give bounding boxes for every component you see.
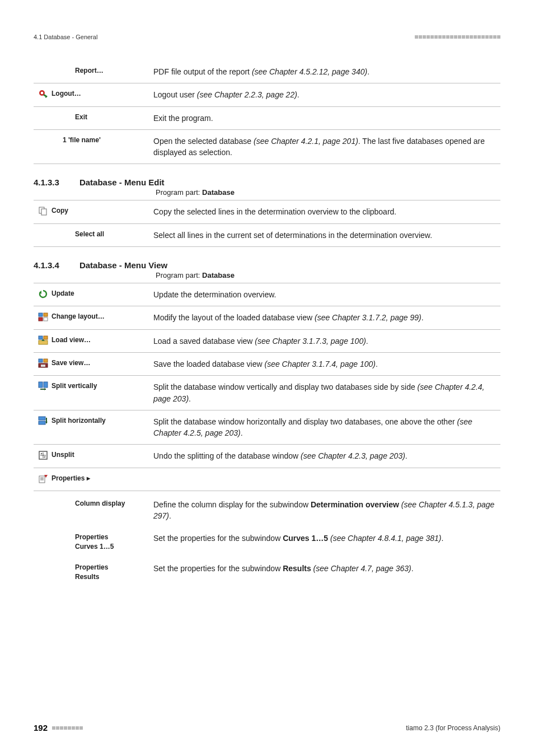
menu-row: UnsplitUndo the splitting of the databas…: [34, 445, 500, 468]
menu-row: Change layout…Modify the layout of the l…: [34, 306, 500, 329]
menu-label-cell: Exit: [36, 113, 153, 124]
section-heading-view: 4.1.3.4 Database - Menu View: [34, 260, 500, 270]
description: Split the database window vertically and…: [153, 381, 498, 404]
menu-row: Save view…Save the loaded database view …: [34, 353, 500, 376]
menu-label: 1 'file name': [63, 136, 101, 145]
section-title: Database - Menu Edit: [79, 178, 165, 187]
menu-row: Logout…Logout user (see Chapter 2.2.3, p…: [34, 83, 500, 106]
description: Undo the splitting of the database windo…: [153, 450, 498, 461]
svg-rect-21: [39, 417, 45, 420]
menu-row: Load view…Load a saved database view (se…: [34, 330, 500, 353]
split-vertical-icon: [38, 381, 48, 391]
menu-label: Report…: [75, 66, 104, 76]
svg-rect-19: [44, 382, 48, 388]
description: Exit the program.: [153, 113, 498, 124]
menu-label-cell: Change layout…: [36, 312, 153, 323]
program-part-name: Database: [202, 271, 235, 279]
description: Set the properties for the subwindow Res…: [153, 563, 498, 574]
submenu-label: Column display: [75, 499, 125, 508]
svg-rect-10: [39, 336, 43, 339]
svg-rect-15: [44, 359, 48, 362]
program-part-label: Program part: Database: [156, 188, 500, 197]
svg-rect-18: [39, 382, 43, 388]
svg-rect-9: [44, 318, 48, 321]
menu-label: Logout…: [51, 89, 81, 99]
menu-row: Split horizontallySplit the database win…: [34, 410, 500, 445]
submenu-label-cell: Column display: [36, 499, 153, 510]
description: Load a saved database view (see Chapter …: [153, 335, 498, 347]
menu-row: UpdateUpdate the determination overview.: [34, 283, 500, 306]
properties-submenu: Column displayDefine the column display …: [34, 491, 500, 587]
menu-label: Save view…: [51, 358, 90, 368]
menu-label: Exit: [75, 113, 87, 122]
program-part-prefix: Program part:: [156, 271, 202, 279]
menu-label: Select all: [75, 230, 104, 239]
description: Logout user (see Chapter 2.2.3, page 22)…: [153, 89, 498, 100]
description: Set the properties for the subwindow Cur…: [153, 533, 498, 544]
menu-row: Report…PDF file output of the report (se…: [34, 60, 500, 83]
table-file-menu: Report…PDF file output of the report (se…: [34, 60, 500, 164]
description: PDF file output of the report (see Chapt…: [153, 66, 498, 77]
program-part-label: Program part: Database: [156, 271, 500, 279]
change-layout-icon: [38, 312, 48, 322]
section-number: 4.1.3.3: [34, 178, 59, 187]
menu-label: Load view…: [51, 335, 91, 345]
section-label: 4.1 Database - General: [34, 34, 97, 40]
menu-row: Select allSelect all lines in the curren…: [34, 224, 500, 247]
section-heading-edit: 4.1.3.3 Database - Menu Edit: [34, 178, 500, 187]
section-title: Database - Menu View: [79, 260, 167, 270]
menu-label-cell: Properties ▸: [36, 474, 153, 485]
menu-label-cell: Report…: [36, 66, 153, 77]
svg-rect-4: [41, 209, 46, 215]
menu-row: Properties ▸: [34, 468, 500, 491]
svg-rect-27: [39, 476, 45, 483]
menu-label-cell: Copy: [36, 206, 153, 217]
description: Modify the layout of the loaded database…: [153, 312, 498, 323]
svg-rect-11: [44, 336, 48, 339]
menu-label: Unsplit: [51, 450, 74, 460]
menu-label-cell: Select all: [36, 230, 153, 241]
svg-rect-7: [44, 313, 48, 316]
svg-rect-6: [39, 313, 43, 316]
menu-label-cell: Save view…: [36, 358, 153, 370]
description: Copy the selected lines in the determina…: [153, 206, 498, 217]
submenu-row: Properties ResultsSet the properties for…: [34, 557, 500, 587]
page-header: 4.1 Database - General: [34, 34, 500, 40]
logout-icon: [38, 89, 48, 99]
menu-label: Copy: [51, 206, 68, 216]
menu-label-cell: Load view…: [36, 335, 153, 347]
page-number: 192: [34, 723, 48, 732]
menu-label-cell: Update: [36, 289, 153, 300]
description: Open the selected database (see Chapter …: [153, 136, 498, 158]
menu-label-cell: 1 'file name': [36, 136, 153, 147]
menu-label-cell: Split horizontally: [36, 416, 153, 427]
properties-icon: [38, 474, 48, 484]
svg-rect-17: [41, 365, 45, 367]
svg-rect-8: [39, 318, 43, 321]
page-footer: 192 tiamo 2.3 (for Process Analysis): [34, 723, 500, 732]
svg-rect-14: [39, 359, 43, 362]
menu-label-cell: Unsplit: [36, 450, 153, 461]
table-edit-menu: CopyCopy the selected lines in the deter…: [34, 200, 500, 247]
menu-label: Change layout…: [51, 312, 105, 321]
program-part-name: Database: [202, 188, 235, 197]
footer-decoration: [52, 726, 83, 730]
unsplit-icon: [38, 450, 48, 460]
menu-label: Properties ▸: [51, 474, 90, 483]
description: Define the column display for the subwin…: [153, 499, 498, 522]
menu-label: Update: [51, 289, 74, 298]
submenu-label-cell: Properties Curves 1…5: [36, 533, 153, 552]
svg-marker-23: [45, 422, 48, 423]
menu-row: CopyCopy the selected lines in the deter…: [34, 200, 500, 223]
update-icon: [38, 289, 48, 299]
load-view-icon: [38, 335, 48, 346]
header-decoration: [415, 35, 500, 39]
submenu-row: Column displayDefine the column display …: [34, 491, 500, 528]
menu-row: Split verticallySplit the database windo…: [34, 376, 500, 410]
menu-label: Split vertically: [51, 381, 97, 391]
copy-icon: [38, 206, 48, 216]
submenu-label: Properties Results: [75, 563, 108, 582]
menu-label-cell: Split vertically: [36, 381, 153, 393]
menu-row: 1 'file name'Open the selected database …: [34, 130, 500, 165]
save-view-icon: [38, 358, 48, 368]
